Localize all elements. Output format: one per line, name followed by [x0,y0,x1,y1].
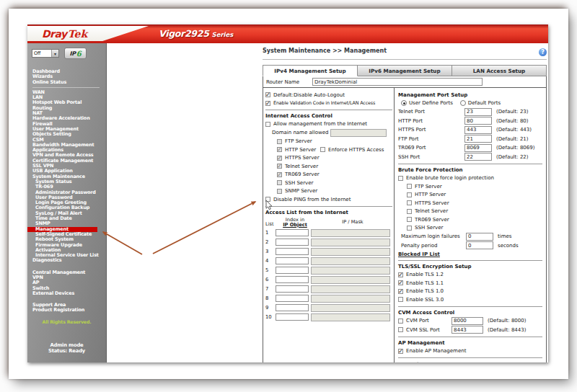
user-define-ports-label: User Define Ports [409,99,453,107]
index-in-ip-object-input[interactable] [276,257,309,264]
index-in-ip-object-input[interactable] [276,285,309,293]
user-define-ports-radio[interactable] [401,100,407,106]
cvm-port-checkbox[interactable] [398,318,403,324]
blocked-ip-list-link[interactable]: Blocked IP List [398,251,542,257]
index-in-ip-object-input[interactable] [276,267,309,274]
access-list-row: 3 [265,248,392,256]
ip-mask-input[interactable] [311,257,390,265]
ip-mask-input[interactable] [311,276,390,284]
domain-name-input[interactable] [330,129,387,137]
access-list-row: 8 [265,295,392,303]
access-row-number: 3 [265,249,276,254]
brute-ftp-server-checkbox[interactable] [407,184,412,189]
sidebar-item-diagnostics[interactable]: Diagnostics [27,258,106,263]
enforce-https-access-checkbox[interactable] [320,147,325,152]
penalty-period-label: Penalty period [401,242,466,249]
tr069-port-input[interactable] [464,144,492,152]
ftp-server-label: FTP Server [285,138,312,145]
ftp-port-input[interactable] [464,135,492,143]
ssh-server-row: SSH Server [277,179,392,187]
cvm-ssl-port-label: CVM SSL Port [406,326,452,334]
default-ports-radio[interactable] [460,100,466,106]
help-icon[interactable]: ? [539,48,547,56]
http-port-input[interactable] [464,117,492,125]
device-management-checkbox[interactable] [398,362,403,363]
access-list-rows: 12345678910 [265,229,392,321]
penalty-period-input[interactable] [466,241,493,249]
ip-mask-input[interactable] [311,248,390,256]
snmp-server-checkbox[interactable] [277,189,282,194]
validation-code-checkbox[interactable] [265,101,270,106]
internet-access-control-title: Internet Access Control [265,113,392,119]
sidebar-item-vpn[interactable]: VPN [27,275,106,280]
auto-logout-checkbox[interactable] [265,92,270,97]
max-login-row: Maximum login failures times [401,233,542,241]
brute-ssh-server-checkbox[interactable] [407,226,412,231]
allow-management-checkbox[interactable] [265,122,270,127]
admin-status-block: Admin mode Status: Ready [27,342,106,354]
max-login-input[interactable] [466,233,493,241]
index-in-ip-object-input[interactable] [276,304,309,311]
telnet-server-checkbox[interactable] [277,164,282,169]
brute-http-server-checkbox[interactable] [407,192,412,197]
enable-ssl-3-0-checkbox[interactable] [398,297,403,302]
admin-mode-text: Admin mode [27,342,106,348]
brute-ssh-server-label: SSH Server [415,224,443,231]
enable-tls-1-0-checkbox[interactable] [398,289,403,294]
ip-mask-input[interactable] [311,285,390,293]
ip-mask-input[interactable] [311,229,390,237]
https-port-default: (Default: 443) [496,126,532,133]
tr069-server-checkbox[interactable] [277,172,282,177]
sidebar-item-product-registration[interactable]: Product Registration [27,308,106,313]
tab-lan-access-setup[interactable]: LAN Access Setup [452,65,547,76]
brute-https-server-checkbox[interactable] [407,200,412,205]
divider [398,357,542,358]
index-in-ip-object-input[interactable] [276,248,309,255]
status-refresh-select[interactable]: Off ▾ [32,49,59,58]
https-port-input[interactable] [464,126,492,134]
ip-mask-input[interactable] [311,267,390,275]
ip-mask-input[interactable] [311,295,390,303]
enforce-https-access-label: Enforce HTTPS Access [328,146,384,153]
cvm-ssl-port-input[interactable] [452,326,483,334]
enable-tls-1-2-row: Enable TLS 1.2 [398,271,542,278]
divider [265,206,392,207]
index-in-ip-object-input[interactable] [276,229,309,236]
model-series: Series [212,31,234,38]
ip-mask-input[interactable] [311,239,390,246]
cvm-ssl-port-checkbox[interactable] [398,327,403,332]
enable-tls-1-1-checkbox[interactable] [398,280,403,285]
ftp-server-checkbox[interactable] [277,139,282,144]
ssh-port-input[interactable] [464,153,492,161]
ap-enable-checkbox[interactable] [398,349,403,354]
brute-telnet-server-checkbox[interactable] [407,209,412,214]
router-name-input[interactable] [312,78,483,86]
brute-tr069-server-checkbox[interactable] [407,217,412,222]
rights-text: All Rights Reserved. [27,319,106,324]
ip-mask-input[interactable] [311,313,390,321]
tab-ipv4-management-setup[interactable]: IPv4 Management Setup [263,65,358,76]
sidebar-item-external-devices[interactable]: External Devices [27,291,106,296]
enable-tls-1-2-checkbox[interactable] [398,272,403,277]
index-in-ip-object-input[interactable] [276,239,309,246]
index-in-ip-object-input[interactable] [276,295,309,302]
ip-object-link[interactable]: IP Object [283,222,307,228]
ftp-port-row: FTP Port(Default: 21) [398,135,542,143]
ssh-server-checkbox[interactable] [277,180,282,185]
index-in-ip-object-input[interactable] [276,313,309,321]
ip-mask-input[interactable] [311,304,390,312]
ftp-server-row: FTP Server [277,138,392,145]
http-server-checkbox[interactable] [277,147,282,152]
telnet-port-input[interactable] [464,108,492,116]
ip6-button[interactable]: IP6 [64,48,87,59]
sidebar-item-online-status[interactable]: Online Status [27,80,106,85]
max-login-unit: times [498,233,511,240]
telnet-server-row: Telnet Server [277,163,392,170]
brute-enable-checkbox[interactable] [398,176,403,181]
access-row-number: 8 [265,295,276,301]
access-list-row: 1 [265,229,392,237]
index-in-ip-object-input[interactable] [276,276,309,283]
tab-ipv6-management-setup[interactable]: IPv6 Management Setup [358,65,452,76]
https-server-checkbox[interactable] [277,156,282,161]
cvm-port-input[interactable] [452,317,483,325]
